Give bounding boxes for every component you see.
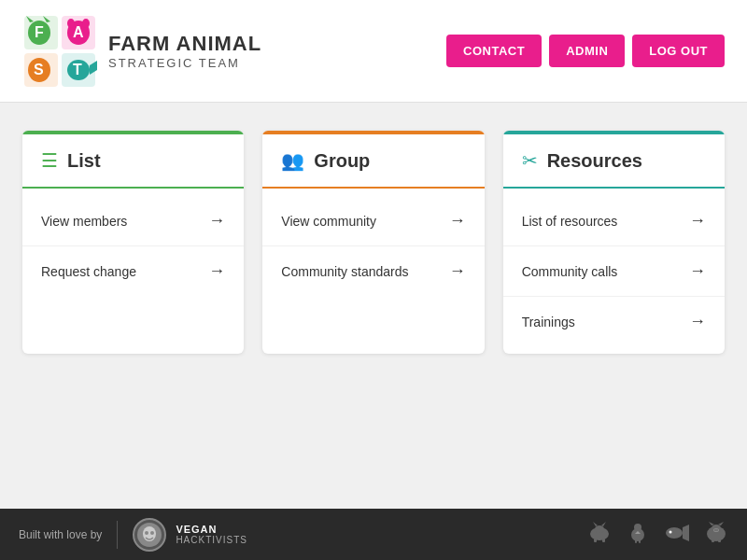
header: F A S T FARM ANIMAL STRATEGIC TEAM CONTA… [0, 0, 747, 103]
logo-area: F A S T FARM ANIMAL STRATEGIC TEAM [22, 14, 261, 89]
svg-rect-30 [635, 539, 637, 543]
card-item-label: Community calls [522, 264, 618, 279]
list-icon: ☰ [41, 149, 58, 172]
svg-point-28 [634, 524, 641, 531]
card-item-arrow: → [449, 211, 466, 231]
logo-title: FARM ANIMAL [108, 32, 261, 56]
group-icon: 👥 [281, 149, 304, 172]
pig-icon [704, 522, 728, 548]
card-items-group: View community→Community standards→ [262, 189, 484, 303]
card-item[interactable]: View community→ [262, 196, 484, 246]
card-group: 👥GroupView community→Community standards… [262, 131, 484, 354]
card-header-group: 👥Group [262, 131, 484, 189]
card-items-resources: List of resources→Community calls→Traini… [503, 189, 725, 354]
footer-brand-sub: HACKTIVISTS [176, 535, 247, 545]
card-item-arrow: → [689, 261, 706, 281]
svg-text:A: A [73, 24, 84, 40]
footer-left: Built with love by VEGAN HACKTIVISTS [19, 518, 247, 552]
card-header-resources: ✂Resources [503, 131, 725, 189]
card-item-label: View community [281, 214, 376, 229]
footer: Built with love by VEGAN HACKTIVISTS [0, 509, 747, 560]
svg-point-20 [150, 531, 154, 535]
nav-buttons: CONTACT ADMIN LOG OUT [446, 35, 725, 67]
card-item-arrow: → [208, 261, 225, 281]
card-item-label: List of resources [522, 214, 618, 229]
footer-brand: VEGAN HACKTIVISTS [176, 524, 247, 545]
footer-brand-name: VEGAN [176, 524, 247, 535]
card-item-arrow: → [689, 211, 706, 231]
svg-point-19 [145, 531, 148, 535]
svg-point-37 [713, 528, 719, 532]
svg-point-34 [669, 530, 672, 533]
svg-rect-24 [602, 539, 605, 542]
footer-animal-icons [586, 521, 728, 549]
cow-icon [586, 522, 613, 548]
card-title-resources: Resources [547, 150, 642, 172]
card-item-arrow: → [208, 211, 225, 231]
logo-subtitle: STRATEGIC TEAM [108, 56, 261, 70]
fish-icon [663, 523, 689, 547]
svg-point-39 [716, 529, 718, 531]
svg-rect-31 [639, 539, 641, 543]
card-item[interactable]: Community standards→ [262, 246, 484, 296]
card-title-group: Group [314, 150, 370, 172]
svg-rect-42 [712, 539, 714, 542]
fast-logo: F A S T [22, 14, 97, 89]
footer-logo [133, 518, 166, 552]
card-item-label: View members [41, 214, 127, 229]
svg-text:S: S [34, 62, 44, 77]
card-item[interactable]: Request change→ [22, 246, 244, 296]
svg-rect-23 [594, 539, 597, 542]
card-item-arrow: → [689, 312, 706, 331]
svg-text:F: F [35, 24, 44, 40]
svg-point-11 [82, 19, 90, 28]
card-header-list: ☰List [22, 131, 244, 189]
contact-button[interactable]: CONTACT [446, 35, 542, 67]
svg-marker-40 [709, 522, 714, 525]
chicken-icon [627, 521, 648, 549]
footer-divider [117, 521, 118, 549]
svg-point-38 [714, 529, 716, 531]
built-by-text: Built with love by [19, 528, 102, 541]
main-content: ☰ListView members→Request change→👥GroupV… [0, 103, 747, 382]
card-item-label: Request change [41, 264, 136, 279]
card-item[interactable]: Community calls→ [503, 246, 725, 297]
card-items-list: View members→Request change→ [22, 189, 244, 303]
svg-marker-25 [593, 522, 598, 526]
svg-point-10 [67, 19, 75, 28]
svg-point-22 [595, 525, 604, 533]
resources-icon: ✂ [522, 149, 538, 172]
card-list: ☰ListView members→Request change→ [22, 131, 244, 354]
logo-text: FARM ANIMAL STRATEGIC TEAM [108, 32, 261, 70]
card-item-label: Trainings [522, 315, 575, 329]
svg-rect-43 [718, 539, 721, 542]
svg-marker-41 [718, 522, 724, 525]
svg-marker-26 [601, 522, 606, 526]
card-item[interactable]: Trainings→ [503, 297, 725, 346]
svg-point-32 [666, 527, 683, 539]
card-item-arrow: → [449, 261, 466, 281]
svg-text:T: T [73, 62, 82, 77]
card-title-list: List [67, 150, 101, 172]
svg-marker-33 [683, 525, 689, 541]
admin-button[interactable]: ADMIN [549, 35, 625, 67]
card-item-label: Community standards [281, 264, 408, 279]
card-item[interactable]: View members→ [22, 196, 244, 246]
card-resources: ✂ResourcesList of resources→Community ca… [503, 131, 725, 354]
logout-button[interactable]: LOG OUT [632, 35, 725, 67]
card-item[interactable]: List of resources→ [503, 196, 725, 246]
